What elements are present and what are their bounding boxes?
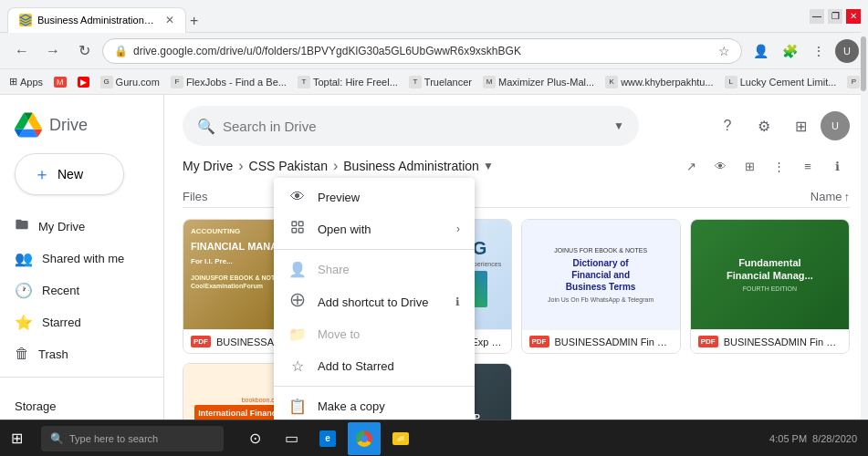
- bookmark-khyber[interactable]: K www.khyberpakhtu...: [605, 76, 714, 88]
- bookmark-button[interactable]: ☆: [718, 44, 730, 58]
- lock-icon: 🔒: [114, 45, 128, 57]
- new-tab-button[interactable]: +: [186, 9, 202, 33]
- toptal-icon: T: [298, 76, 310, 88]
- taskbar-edge[interactable]: e: [311, 422, 344, 455]
- view-toggle-button[interactable]: 👁: [707, 153, 733, 179]
- ctx-share: 👤 Share: [274, 254, 475, 285]
- back-button[interactable]: ←: [9, 38, 35, 64]
- ctx-open-with-label: Open with: [318, 223, 445, 236]
- trash-icon: 🗑: [15, 346, 29, 362]
- info-button[interactable]: ℹ: [824, 153, 850, 179]
- scroll-thumb[interactable]: [861, 36, 866, 91]
- new-label: New: [58, 167, 83, 181]
- bookmark-maximizer[interactable]: M Maximizer Plus-Mal...: [483, 76, 594, 88]
- tab-bar: Business Administration - Goo... ✕ +: [7, 0, 802, 33]
- refresh-button[interactable]: ↻: [71, 38, 97, 64]
- url-text: drive.google.com/drive/u/0/folders/1BPVY…: [133, 45, 713, 57]
- close-button[interactable]: ✕: [846, 9, 861, 24]
- help-button[interactable]: ?: [711, 109, 744, 142]
- taskbar-search[interactable]: 🔍 Type here to search: [41, 426, 224, 451]
- svg-rect-2: [292, 228, 297, 233]
- sidebar-label: Shared with me: [42, 252, 124, 265]
- flexjobs-icon: F: [171, 76, 183, 88]
- drive-logo-area[interactable]: Drive: [0, 104, 163, 153]
- breadcrumb-csspakistan[interactable]: CSS Pakistan: [249, 159, 328, 173]
- bookmark-youtube[interactable]: ▶: [78, 77, 89, 88]
- drive-text: Drive: [49, 116, 88, 135]
- breadcrumb-current: Business Administration ▼: [343, 159, 494, 173]
- file-card-3[interactable]: JOINUS FOR EBOOK & NOTES Dictionary ofFi…: [521, 219, 681, 354]
- sidebar-item-recent[interactable]: 🕐 Recent: [0, 275, 156, 306]
- ctx-make-copy[interactable]: 📋 Make a copy: [274, 390, 475, 422]
- bookmark-apps[interactable]: ⊞ Apps: [9, 76, 43, 88]
- ctx-preview[interactable]: 👁 Preview: [274, 181, 475, 212]
- sidebar-item-mydrive[interactable]: My Drive: [0, 210, 156, 243]
- bookmark-flexjobs[interactable]: F FlexJobs - Find a Be...: [171, 76, 287, 88]
- restore-button[interactable]: ❐: [828, 9, 842, 24]
- taskbar-search-icon: 🔍: [50, 432, 64, 445]
- file-card-4[interactable]: FundamentalFinancial Manag... FOURTH EDI…: [690, 219, 850, 354]
- file-preview-3: JOINUS FOR EBOOK & NOTES Dictionary ofFi…: [522, 220, 680, 329]
- sidebar-label: Starred: [42, 316, 81, 329]
- grid-view-button[interactable]: ⊞: [737, 153, 762, 179]
- forward-button[interactable]: →: [40, 38, 66, 64]
- svg-rect-1: [298, 222, 303, 226]
- search-icon: 🔍: [197, 118, 215, 135]
- settings-button[interactable]: ⚙: [748, 109, 780, 142]
- taskbar-cortana[interactable]: ⊙: [238, 422, 271, 455]
- search-input[interactable]: [223, 119, 606, 134]
- sidebar-item-trash[interactable]: 🗑 Trash: [0, 338, 156, 369]
- more-options-button[interactable]: ⋮: [766, 153, 791, 179]
- ctx-divider-2: [274, 386, 475, 387]
- breadcrumb-dropdown-icon[interactable]: ▼: [483, 160, 494, 172]
- sidebar-label: My Drive: [38, 220, 85, 233]
- ctx-add-shortcut[interactable]: Add shortcut to Drive ℹ: [274, 285, 475, 318]
- move-to-button[interactable]: ↗: [678, 153, 704, 179]
- apps-button[interactable]: ⊞: [784, 109, 817, 142]
- list-view-button[interactable]: ≡: [795, 153, 821, 179]
- plus-icon: ＋: [34, 163, 50, 185]
- bookmark-gmail[interactable]: M: [54, 77, 67, 88]
- bookmark-guru[interactable]: G Guru.com: [100, 76, 160, 88]
- more-button[interactable]: ⋮: [806, 38, 831, 64]
- file-footer-3: PDF BUSINESSADMIN Fin bus...: [522, 329, 680, 353]
- file-footer-4: PDF BUSINESSADMIN Fin Ma...: [691, 329, 849, 353]
- ctx-add-shortcut-label: Add shortcut to Drive: [318, 295, 444, 309]
- sidebar-label: Trash: [38, 347, 68, 361]
- bookmark-truelancer[interactable]: T Truelancer: [409, 76, 472, 88]
- breadcrumb-mydrive[interactable]: My Drive: [183, 159, 233, 173]
- sort-name-button[interactable]: Name ↑: [810, 190, 850, 203]
- khyber-icon: K: [605, 76, 618, 88]
- scroll-indicator: [861, 0, 868, 456]
- mydrive-icon: [15, 217, 29, 235]
- search-box[interactable]: 🔍 ▼: [183, 106, 639, 146]
- url-bar[interactable]: 🔒 drive.google.com/drive/u/0/folders/1BP…: [102, 38, 742, 64]
- user-avatar[interactable]: U: [821, 111, 850, 140]
- sidebar-item-shared[interactable]: 👥 Shared with me: [0, 243, 156, 275]
- file-name-4: BUSINESSADMIN Fin Ma...: [724, 337, 842, 347]
- ctx-add-starred[interactable]: ☆ Add to Starred: [274, 350, 475, 382]
- sort-controls: Name ↑: [810, 190, 850, 203]
- bookmark-toptal[interactable]: T Toptal: Hire Freel...: [298, 76, 398, 88]
- extensions-button[interactable]: 🧩: [777, 38, 802, 64]
- profile-avatar[interactable]: U: [835, 39, 859, 63]
- taskbar-chrome[interactable]: [348, 422, 381, 455]
- ctx-open-with[interactable]: Open with ›: [274, 212, 475, 245]
- sort-arrow-icon: ↑: [844, 190, 851, 203]
- tab-close-button[interactable]: ✕: [165, 14, 174, 26]
- bookmark-lucky[interactable]: L Lucky Cement Limit...: [725, 76, 837, 88]
- minimize-button[interactable]: —: [810, 9, 824, 24]
- browser-toolbar-icons: 👤 🧩 ⋮ U: [748, 38, 859, 64]
- svg-rect-0: [292, 222, 297, 226]
- start-button[interactable]: ⊞: [0, 420, 34, 456]
- active-tab[interactable]: Business Administration - Goo... ✕: [7, 7, 186, 33]
- new-button[interactable]: ＋ New: [15, 153, 124, 195]
- breadcrumb-actions: ↗ 👁 ⊞ ⋮ ≡ ℹ: [678, 153, 850, 179]
- account-button[interactable]: 👤: [748, 38, 773, 64]
- maximizer-icon: M: [483, 76, 496, 88]
- content-area: 🔍 ▼ ? ⚙ ⊞ U My Drive › CSS Pakistan › Bu…: [164, 95, 868, 456]
- sidebar-item-starred[interactable]: ⭐ Starred: [0, 306, 156, 338]
- taskbar-explorer[interactable]: 📁: [384, 422, 417, 455]
- apps-icon: ⊞: [9, 76, 17, 88]
- taskbar-taskview[interactable]: ▭: [275, 422, 308, 455]
